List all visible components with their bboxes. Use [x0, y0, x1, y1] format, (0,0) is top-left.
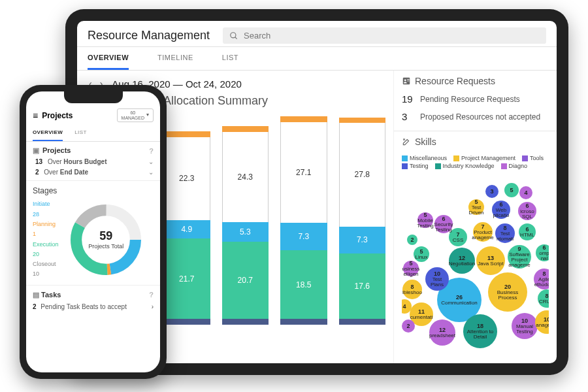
tab-overview[interactable]: OVERVIEW: [33, 125, 63, 141]
phone-title-group: ≡ Projects: [33, 110, 73, 121]
folder-icon: ▣: [33, 146, 39, 154]
skill-bubble[interactable]: 5usiness elligen: [403, 261, 419, 276]
bar-segment-navy: [222, 319, 269, 325]
bar-segment-white: 27.8: [339, 123, 386, 226]
bar-segment-blue: 7.3: [339, 227, 386, 254]
phone-notch: [64, 91, 123, 103]
task-row[interactable]: 2 Pending Task Beats to accept ›: [33, 303, 154, 310]
resource-requests-icon: [402, 76, 411, 86]
stage-item[interactable]: Execution20: [33, 240, 59, 260]
bar-segment-green: 18.5: [280, 250, 327, 319]
stages-list: Initiate28Planning1Execution20Closeout10: [33, 199, 59, 279]
skill-bubble[interactable]: 10Manual Testing: [512, 313, 538, 339]
bar-column: 18.57.327.1: [280, 116, 327, 325]
tasks-section: ▤ Tasks ? 2 Pending Task Beats to accept…: [26, 286, 160, 316]
skill-bubble[interactable]: 10Test Plans: [425, 267, 449, 291]
bar-segment-blue: 7.3: [280, 223, 327, 250]
skill-bubble[interactable]: 5Mobile Testing: [417, 212, 433, 228]
skill-bubble[interactable]: 20Business Process: [488, 272, 527, 312]
stages-title: Stages: [33, 186, 154, 195]
legend-item[interactable]: Miscellaneous: [402, 155, 447, 161]
legend-item[interactable]: Industry Knowledge: [435, 163, 495, 169]
bar-segment-navy: [280, 319, 327, 325]
skill-bubble[interactable]: 6Web plicatio: [492, 201, 510, 219]
legend-item[interactable]: Testing: [402, 163, 429, 169]
legend-swatch: [501, 163, 507, 169]
tab-list[interactable]: LIST: [74, 125, 87, 141]
skill-bubble[interactable]: 6omp nal: [536, 244, 549, 261]
tablet-header: Resource Management Search: [77, 21, 557, 47]
skill-bubble[interactable]: 8CRUM: [538, 289, 549, 308]
resource-request-row[interactable]: 3 Proposed Resources not accepted: [402, 108, 549, 125]
skills-icon: [402, 137, 411, 146]
resource-request-row[interactable]: 19 Pending Resource Requests: [402, 90, 549, 108]
skills-card: Skills MiscellaneousProject ManagementTo…: [394, 131, 557, 363]
tasks-icon: ▤: [33, 291, 39, 299]
bar-segment-white: 24.3: [222, 132, 269, 223]
tab-overview[interactable]: OVERVIEW: [88, 47, 129, 70]
bar-segment-white: 27.1: [280, 122, 327, 223]
skill-bubble[interactable]: 5Test Driven: [468, 199, 484, 215]
bar-segment-green: 17.6: [339, 253, 386, 319]
tablet-tabs: OVERVIEW TIMELINE LIST: [77, 47, 557, 71]
bar-segment-orange: [163, 131, 210, 137]
help-icon[interactable]: ?: [149, 291, 154, 299]
legend-item[interactable]: Diagno: [501, 163, 528, 169]
bar-segment-orange: [280, 116, 327, 122]
skill-bubble[interactable]: 5rchitect: [504, 183, 519, 197]
search-icon: [229, 31, 238, 41]
skills-bubble-chart: 26Communication20Business Process18Atten…: [402, 169, 549, 358]
managed-filter[interactable]: 60MANAGED: [117, 108, 154, 122]
skill-bubble[interactable]: 13Java Script: [476, 246, 505, 275]
legend-swatch: [453, 155, 459, 161]
skill-bubble[interactable]: 9Software Project anageme: [508, 245, 531, 269]
phone-tabs: OVERVIEW LIST: [26, 125, 160, 142]
legend-swatch: [522, 155, 528, 161]
skill-bubble[interactable]: 12Negotiation: [449, 248, 475, 274]
search-input[interactable]: Search: [223, 27, 546, 44]
chevron-down-icon: ⌄: [148, 169, 154, 176]
tab-list[interactable]: LIST: [222, 47, 238, 70]
svg-rect-4: [407, 79, 410, 80]
skill-bubble[interactable]: 5Linux: [414, 246, 429, 262]
chevron-down-icon: ⌄: [148, 158, 154, 165]
skill-bubble[interactable]: 8ibleshoo: [402, 280, 422, 299]
bar-column: 17.67.327.8: [339, 116, 386, 325]
tablet-sidebar: Resource Requests 19 Pending Resource Re…: [393, 71, 557, 363]
legend-swatch: [435, 163, 441, 169]
stages-section: Stages Initiate28Planning1Execution20Clo…: [26, 181, 160, 285]
skill-bubble[interactable]: 6Security Testing: [434, 215, 453, 233]
stage-item[interactable]: Initiate28: [33, 199, 59, 220]
project-row[interactable]: 13 Over Hours Budget ⌄: [33, 155, 154, 165]
skill-bubble[interactable]: 6HTML: [519, 223, 536, 240]
bar-segment-blue: 4.9: [163, 220, 210, 238]
tab-timeline[interactable]: TIMELINE: [157, 47, 193, 70]
project-row[interactable]: 2 Over End Date ⌄: [33, 165, 154, 176]
skill-bubble[interactable]: 12preadsheet: [429, 319, 455, 346]
skill-bubble[interactable]: 2Oriente: [402, 319, 415, 333]
skill-bubble[interactable]: 7Product anageme: [473, 222, 493, 242]
bar-segment-orange: [222, 126, 269, 132]
stages-donut: 59 Projects Total: [59, 201, 154, 279]
skill-bubble[interactable]: 18Attention to Detail: [463, 314, 497, 348]
tasks-title: ▤ Tasks ?: [33, 291, 154, 299]
skill-bubble[interactable]: 2gra: [407, 235, 417, 245]
arrow-right-icon: ›: [152, 303, 154, 310]
menu-icon[interactable]: ≡: [33, 110, 38, 121]
skill-bubble[interactable]: 4: [519, 186, 532, 199]
resource-requests-card: Resource Requests 19 Pending Resource Re…: [394, 71, 557, 131]
skill-bubble[interactable]: 6icroso SQL: [518, 202, 536, 220]
stage-item[interactable]: Planning1: [33, 220, 59, 240]
stage-item[interactable]: Closeout10: [33, 259, 59, 280]
skill-bubble[interactable]: 3Error: [485, 185, 498, 198]
donut-center: 59 Projects Total: [88, 229, 123, 250]
help-icon[interactable]: ?: [149, 147, 154, 155]
svg-point-3: [404, 79, 406, 81]
phone-header: ≡ Projects 60MANAGED: [26, 106, 160, 125]
legend-item[interactable]: Tools: [522, 155, 544, 161]
legend-item[interactable]: Project Management: [453, 155, 515, 161]
bar-segment-green: 20.7: [222, 242, 269, 319]
skill-bubble[interactable]: 8Agile ethodolo: [534, 269, 549, 289]
legend-swatch: [402, 163, 408, 169]
skill-bubble[interactable]: 8Test ntomati: [495, 223, 515, 243]
